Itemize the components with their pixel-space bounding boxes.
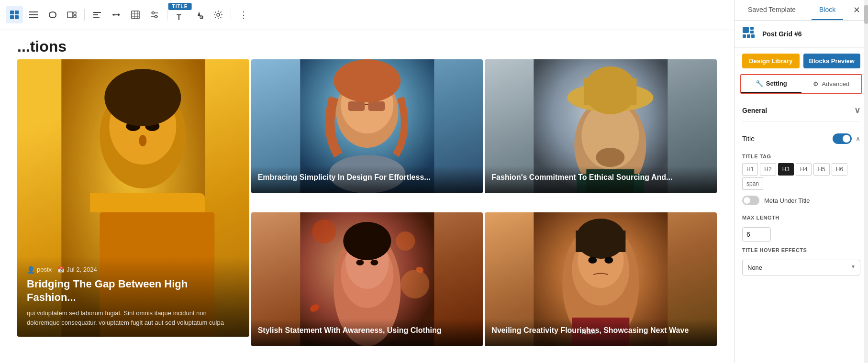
advanced-tab[interactable]: ⚙ Advanced — [801, 75, 862, 93]
svg-point-63 — [343, 222, 391, 260]
post-card-1[interactable]: 👤 postx 📅 Jul 2, 2024 Bridging The Gap B… — [17, 59, 249, 337]
title-group: TITLE T — [171, 4, 189, 26]
svg-rect-78 — [743, 27, 749, 33]
title-toggle-container: ∧ — [833, 133, 860, 144]
card-5-title: Nveiling Creativity Flourishes, Showcasi… — [491, 326, 710, 336]
tag-h3-btn[interactable]: H3 — [778, 163, 794, 176]
tag-h4-btn[interactable]: H4 — [796, 163, 812, 176]
svg-rect-4 — [29, 11, 38, 12]
card-4-overlay: Stylish Statement With Awareness, Using … — [251, 319, 483, 346]
title-badge: TITLE — [168, 3, 192, 10]
separator-2 — [167, 9, 167, 21]
post-card-4[interactable]: Stylish Statement With Awareness, Using … — [251, 212, 483, 346]
svg-rect-43 — [368, 101, 385, 111]
tag-h1-btn[interactable]: H1 — [742, 163, 758, 176]
general-section-header[interactable]: General ∨ — [742, 105, 860, 116]
advanced-tab-label: Advanced — [822, 80, 849, 88]
svg-rect-10 — [74, 15, 76, 18]
svg-point-57 — [312, 220, 336, 243]
tab-saved-template[interactable]: Saved Template — [740, 0, 803, 20]
setting-tab-label: Setting — [766, 80, 787, 87]
post-card-2[interactable]: Embracing Simplicity In Design For Effor… — [251, 59, 483, 193]
title-tag-buttons: H1 H2 H3 H4 H5 H6 span — [742, 163, 860, 190]
setting-tab[interactable]: 🔧 Setting — [741, 75, 801, 93]
meta-toggle-switch[interactable] — [742, 196, 759, 205]
title-toggle-row: Title ∧ — [742, 128, 860, 148]
main-content-area: TITLE T ⋮ ...tions — [0, 0, 734, 363]
hover-effects-select[interactable]: None Underline Color Change Scale — [742, 260, 860, 275]
main-scrollbar[interactable] — [864, 0, 868, 363]
block-icon-svg — [742, 26, 757, 42]
loop-btn[interactable] — [44, 6, 61, 23]
post-card-3[interactable]: Fashion's Commitment To Ethical Sourcing… — [485, 59, 717, 193]
right-panel: Saved Template Block ✕ Post Grid #6 Desi… — [734, 0, 868, 363]
settings-gear-btn[interactable] — [210, 6, 227, 23]
setting-advanced-container: → 🔧 Setting ⚙ Advanced — [740, 74, 862, 94]
author-icon: 👤 — [27, 266, 35, 274]
stretch-btn[interactable] — [108, 6, 125, 23]
card-1-overlay: 👤 postx 📅 Jul 2, 2024 Bridging The Gap B… — [17, 256, 249, 337]
setting-advanced-tabs: 🔧 Setting ⚙ Advanced — [740, 74, 862, 94]
card-3-overlay: Fashion's Commitment To Ethical Sourcing… — [485, 166, 717, 193]
max-length-input[interactable] — [742, 227, 771, 242]
svg-text:T: T — [177, 13, 181, 22]
general-chevron-icon: ∨ — [854, 105, 860, 116]
svg-point-59 — [401, 270, 429, 298]
card-5-overlay: Nveiling Creativity Flourishes, Showcasi… — [485, 319, 717, 346]
design-library-btn[interactable]: Design Library — [742, 54, 800, 68]
svg-rect-17 — [132, 11, 139, 19]
post-card-5[interactable]: NBA Nveiling Creativity Flourishes, Show… — [485, 212, 717, 346]
panel-action-btns: Design Library Blocks Preview — [734, 48, 868, 74]
svg-rect-13 — [93, 17, 100, 18]
card-1-excerpt: qui voluptatem sed laborum fugiat. Sint … — [27, 308, 240, 327]
card-2-overlay: Embracing Simplicity In Design For Effor… — [251, 166, 483, 193]
list-view-btn[interactable] — [25, 6, 42, 23]
title-toggle-switch[interactable] — [833, 133, 852, 144]
more-btn[interactable]: ⋮ — [235, 6, 252, 23]
fill-btn[interactable] — [190, 6, 208, 23]
general-label: General — [742, 107, 767, 114]
toolbar: TITLE T ⋮ — [0, 0, 734, 30]
separator-3 — [231, 9, 231, 21]
tab-block[interactable]: Block — [812, 0, 843, 20]
svg-rect-3 — [15, 15, 19, 19]
sliders-btn[interactable] — [146, 6, 163, 23]
card-1-meta: 👤 postx 📅 Jul 2, 2024 — [27, 266, 240, 274]
svg-point-55 — [596, 148, 625, 167]
svg-marker-16 — [118, 13, 120, 16]
svg-rect-9 — [74, 12, 76, 14]
card-4-title: Stylish Statement With Awareness, Using … — [258, 326, 477, 336]
grid-view-btn[interactable] — [6, 6, 23, 23]
post-grid: 👤 postx 📅 Jul 2, 2024 Bridging The Gap B… — [17, 59, 717, 363]
tag-h2-btn[interactable]: H2 — [760, 163, 776, 176]
text-format-btn[interactable]: T — [171, 9, 189, 26]
tag-span-btn[interactable]: span — [742, 177, 763, 190]
panel-close-btn[interactable]: ✕ — [851, 3, 862, 17]
svg-point-64 — [356, 260, 364, 265]
svg-point-34 — [139, 135, 146, 146]
svg-rect-0 — [10, 11, 14, 14]
svg-rect-6 — [29, 17, 38, 18]
table-btn[interactable] — [127, 6, 144, 23]
svg-point-58 — [396, 231, 415, 251]
blocks-preview-btn[interactable]: Blocks Preview — [803, 54, 861, 68]
card-1-title: Bridging The Gap Between High Fashion... — [27, 277, 240, 305]
svg-point-37 — [104, 69, 181, 126]
card-3-title: Fashion's Commitment To Ethical Sourcing… — [491, 173, 710, 183]
block-name: Post Grid #6 — [762, 30, 801, 38]
scrollbar-thumb[interactable] — [864, 5, 868, 24]
align-btn[interactable] — [89, 6, 106, 23]
tag-h5-btn[interactable]: H5 — [813, 163, 829, 176]
svg-rect-82 — [747, 34, 750, 38]
gallery-btn[interactable] — [63, 6, 80, 23]
svg-rect-8 — [67, 12, 73, 18]
grid-content: 👤 postx 📅 Jul 2, 2024 Bridging The Gap B… — [0, 59, 734, 363]
svg-point-45 — [334, 59, 401, 102]
max-length-label: MAX LENGTH — [742, 215, 860, 220]
block-header: Post Grid #6 — [734, 21, 868, 48]
svg-rect-52 — [584, 78, 637, 105]
svg-rect-2 — [10, 15, 14, 19]
tag-h6-btn[interactable]: H6 — [832, 163, 847, 176]
title-hover-effects-label: TITLE HOVER EFFECTS — [742, 247, 860, 253]
meta-under-title-label: Meta Under Title — [764, 197, 810, 204]
